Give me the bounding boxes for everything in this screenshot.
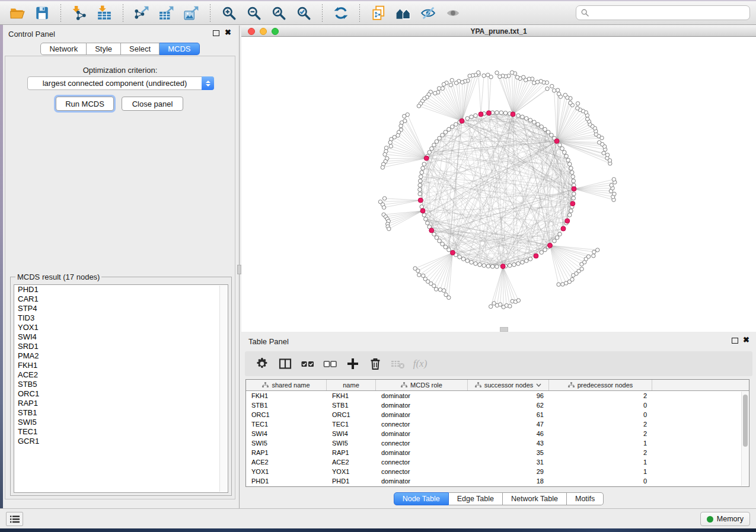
table-row[interactable]: RAP1RAP1dominator352 [246, 448, 749, 457]
result-node[interactable]: GCR1 [14, 437, 228, 446]
table-row[interactable]: STB1STB1dominator620 [246, 400, 749, 410]
table-cell: dominator [376, 400, 468, 410]
search-box[interactable] [576, 5, 750, 20]
import-network-icon [72, 5, 87, 21]
table-cell: RAP1 [246, 448, 327, 457]
zoom-in-button[interactable] [220, 4, 238, 22]
result-node[interactable]: ORC1 [14, 389, 228, 399]
table-row[interactable]: PHD1PHD1dominator180 [246, 476, 749, 486]
column-header-predecessor-nodes[interactable]: predecessor nodes [549, 380, 652, 390]
column-header-successor-nodes[interactable]: successor nodes [468, 380, 549, 390]
deselect-all-rows-icon [323, 357, 337, 371]
task-history-button[interactable] [6, 512, 23, 526]
mcds-result-box: MCDS result (17 nodes) PHD1CAR1STP4TID3Y… [10, 277, 232, 496]
import-network-button[interactable] [71, 4, 88, 22]
duplicate-network-button[interactable] [369, 4, 387, 22]
run-mcds-button[interactable]: Run MCDS [56, 97, 114, 111]
export-network-icon [134, 5, 149, 21]
result-node[interactable]: STP4 [14, 304, 228, 313]
table-row[interactable]: ORC1ORC1dominator610 [246, 410, 749, 419]
table-float-icon[interactable] [732, 338, 738, 344]
table-cell: 2 [549, 419, 652, 429]
zoom-fit-button[interactable] [270, 4, 288, 22]
table-close-icon[interactable]: ✖ [743, 336, 749, 344]
result-node[interactable]: CAR1 [14, 294, 228, 304]
result-node[interactable]: TID3 [14, 313, 228, 323]
add-column-icon [346, 357, 360, 371]
tab-select[interactable]: Select [121, 43, 160, 55]
table-tab-edge-table[interactable]: Edge Table [449, 492, 503, 505]
hide-selected-button[interactable] [419, 4, 437, 22]
deselect-all-rows-button[interactable] [322, 356, 338, 372]
column-header-MCDS-role[interactable]: MCDS role [376, 380, 468, 390]
mcds-result-list: PHD1CAR1STP4TID3YOX1SWI4SRD1PMA2FKH1ACE2… [14, 284, 228, 493]
fx-icon: f(x) [413, 358, 428, 370]
open-file-button[interactable] [8, 4, 26, 22]
result-node[interactable]: RAP1 [14, 399, 228, 408]
tab-style[interactable]: Style [87, 43, 121, 55]
table-cell: connector [376, 457, 468, 467]
show-all-button[interactable] [444, 4, 462, 22]
table-scrollbar[interactable] [741, 392, 748, 486]
export-table-button[interactable] [158, 4, 176, 22]
search-input[interactable] [592, 9, 745, 17]
refresh-button[interactable] [332, 4, 350, 22]
vertical-splitter[interactable] [237, 25, 241, 508]
table-cell: 1 [549, 457, 652, 467]
add-column-button[interactable] [344, 356, 361, 372]
criterion-select[interactable]: largest connected component (undirected) [27, 76, 214, 90]
splitter-collapse-handle[interactable] [237, 265, 241, 274]
result-node[interactable]: ACE2 [14, 370, 228, 380]
export-image-button[interactable] [183, 4, 200, 22]
result-node[interactable]: STB5 [14, 380, 228, 389]
zoom-out-button[interactable] [245, 4, 263, 22]
column-settings-button[interactable] [254, 356, 270, 372]
table-row[interactable]: TEC1TEC1connector472 [246, 419, 749, 429]
table-tab-node-table[interactable]: Node Table [394, 492, 449, 505]
float-panel-icon[interactable] [213, 30, 219, 36]
close-panel-button[interactable]: Close panel [122, 97, 183, 111]
result-node[interactable]: TEC1 [14, 427, 228, 437]
table-row[interactable]: FKH1FKH1dominator962 [246, 391, 749, 400]
table-cell: RAP1 [327, 448, 376, 457]
memory-label: Memory [717, 515, 744, 523]
result-node[interactable]: SRD1 [14, 342, 228, 351]
column-header-shared-name[interactable]: shared name [246, 380, 327, 390]
split-view-button[interactable] [277, 356, 293, 372]
tab-network[interactable]: Network [40, 43, 87, 55]
desktop-wallpaper-bottom [0, 528, 756, 532]
result-node[interactable]: FKH1 [14, 361, 228, 370]
refresh-icon [333, 5, 349, 21]
result-node[interactable]: STB1 [14, 408, 228, 418]
table-cell: FKH1 [327, 391, 376, 400]
import-table-button[interactable] [95, 4, 113, 22]
table-row[interactable]: SWI4SWI4dominator462 [246, 429, 749, 438]
zoom-fit-icon [271, 5, 286, 21]
column-header-name[interactable]: name [327, 380, 376, 390]
result-list-scrollbar[interactable] [219, 286, 227, 492]
table-cell: TEC1 [327, 419, 376, 429]
table-tab-motifs[interactable]: Motifs [567, 492, 604, 505]
table-row[interactable]: ACE2ACE2connector311 [246, 457, 749, 467]
delete-column-button[interactable] [367, 356, 383, 372]
export-network-button[interactable] [133, 4, 151, 22]
result-node[interactable]: SWI5 [14, 418, 228, 427]
network-canvas[interactable] [241, 37, 756, 332]
table-row[interactable]: YOX1YOX1connector291 [246, 467, 749, 476]
table-panel: Table Panel ✖ f(x) shared namenameMCDS r… [241, 332, 756, 508]
horizontal-splitter-handle[interactable] [500, 327, 508, 332]
tab-mcds[interactable]: MCDS [160, 43, 199, 55]
select-all-rows-button[interactable] [299, 356, 315, 372]
result-node[interactable]: YOX1 [14, 323, 228, 332]
memory-button[interactable]: Memory [700, 512, 750, 526]
table-scrollbar-thumb[interactable] [743, 395, 748, 447]
result-node[interactable]: SWI4 [14, 332, 228, 342]
close-panel-icon[interactable]: ✖ [225, 28, 231, 37]
first-neighbors-button[interactable] [394, 4, 412, 22]
zoom-selected-button[interactable] [295, 4, 312, 22]
table-tab-network-table[interactable]: Network Table [503, 492, 567, 505]
result-node[interactable]: PMA2 [14, 351, 228, 361]
save-session-button[interactable] [33, 4, 51, 22]
table-row[interactable]: SWI5SWI5connector431 [246, 438, 749, 448]
result-node[interactable]: PHD1 [14, 285, 228, 294]
